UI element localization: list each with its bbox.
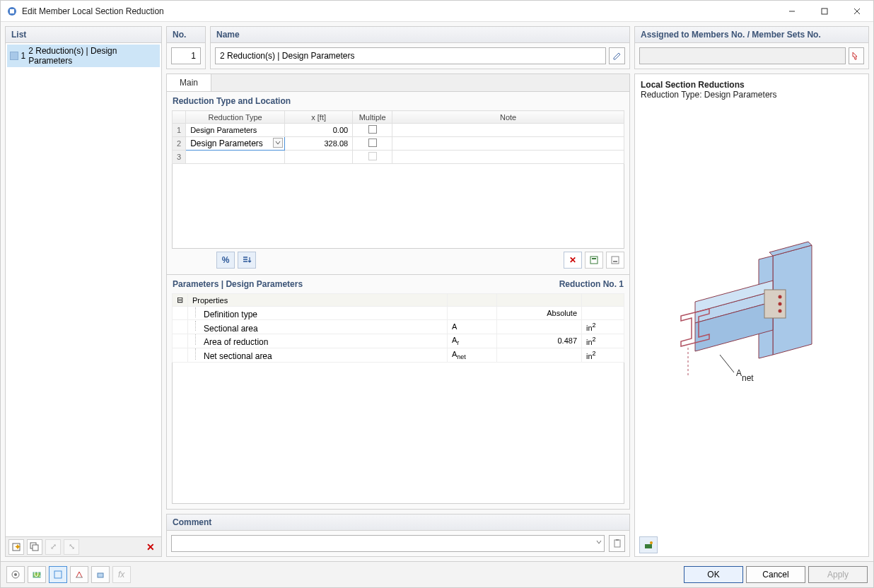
cell-x[interactable]: 0.00: [285, 124, 353, 137]
edit-name-button[interactable]: [609, 47, 625, 64]
props-empty: [172, 363, 624, 504]
ok-button[interactable]: OK: [684, 566, 743, 583]
prop-symbol: [448, 307, 497, 320]
name-label: Name: [211, 27, 629, 43]
svg-text:✦: ✦: [14, 542, 21, 552]
list-body: 1 2 Reduction(s) | Design Parameters: [6, 43, 161, 536]
number-field[interactable]: 1: [171, 47, 201, 64]
prop-row: Area of reduction Ar 0.487 in2: [173, 334, 624, 348]
preview-settings-button[interactable]: [639, 536, 658, 553]
import-button[interactable]: [606, 252, 624, 269]
export-button[interactable]: [585, 252, 603, 269]
maximize-button[interactable]: [808, 1, 841, 22]
comment-group: Comment: [166, 514, 630, 557]
table-row: 3: [173, 151, 624, 164]
copy-button[interactable]: [27, 539, 42, 555]
tab-main[interactable]: Main: [167, 74, 211, 91]
cell-type[interactable]: [186, 151, 285, 164]
delete-list-item-button[interactable]: ✕: [143, 539, 158, 555]
cancel-button[interactable]: Cancel: [746, 566, 805, 583]
table-row: 1 Design Parameters 0.00: [173, 124, 624, 137]
cell-type-dropdown[interactable]: Design Parameters: [186, 137, 285, 151]
location-table: Reduction Type x [ft] Multiple Note 1 De…: [172, 110, 624, 164]
prop-symbol: Anet: [448, 348, 497, 362]
list-item-icon: [10, 52, 18, 60]
help-button[interactable]: [6, 566, 25, 583]
tab-strip: Main: [167, 74, 629, 92]
list-header: List: [6, 27, 161, 43]
svg-rect-14: [592, 258, 596, 259]
cell-multiple[interactable]: [353, 151, 392, 164]
col-note[interactable]: Note: [392, 111, 624, 124]
cell-multiple[interactable]: [353, 124, 392, 137]
params-header: Parameters | Design Parameters Reduction…: [167, 274, 629, 293]
svg-rect-31: [645, 544, 652, 548]
preview-panel: Local Section Reductions Reduction Type:…: [634, 74, 869, 557]
number-group: No. 1: [166, 26, 206, 69]
window-controls: [776, 1, 873, 22]
prop-label: Sectional area: [188, 320, 448, 334]
name-field[interactable]: 2 Reduction(s) | Design Parameters: [215, 47, 606, 64]
exclude-button[interactable]: ⤡: [64, 539, 79, 555]
cell-x[interactable]: [285, 151, 353, 164]
units-button[interactable]: 0.00: [28, 566, 46, 583]
reduction-no-label: Reduction No. 1: [559, 279, 624, 289]
list-item-label: 2 Reduction(s) | Design Parameters: [28, 46, 157, 66]
comment-label: Comment: [167, 514, 629, 531]
prop-unit: [582, 307, 624, 320]
prop-value[interactable]: 0.487: [497, 334, 582, 348]
cell-type-value: Design Parameters: [190, 139, 263, 148]
prop-unit: in2: [582, 334, 624, 348]
svg-point-26: [779, 295, 782, 299]
view-2-button[interactable]: [70, 566, 88, 583]
svg-point-32: [650, 541, 653, 544]
new-button[interactable]: ✦: [8, 539, 24, 555]
cell-note[interactable]: [392, 124, 624, 137]
preview-illustration: Anet: [635, 105, 868, 534]
prop-unit: in2: [582, 320, 624, 334]
close-window-button[interactable]: [841, 1, 873, 22]
svg-point-27: [779, 302, 782, 306]
cell-multiple[interactable]: [353, 137, 392, 151]
prop-row: Sectional area A in2: [173, 320, 624, 334]
view-3-button[interactable]: [91, 566, 110, 583]
svg-rect-17: [614, 540, 620, 547]
script-button[interactable]: fx: [112, 566, 131, 583]
svg-rect-37: [54, 571, 62, 578]
cell-type[interactable]: Design Parameters: [186, 124, 285, 137]
prop-value[interactable]: [497, 348, 582, 362]
location-title: Reduction Type and Location: [167, 92, 629, 110]
comment-paste-button[interactable]: [609, 535, 625, 552]
delete-row-button[interactable]: ✕: [564, 252, 582, 269]
row-num: 2: [173, 137, 186, 151]
assigned-field[interactable]: [639, 47, 846, 64]
checkbox-icon[interactable]: [368, 139, 377, 147]
view-1-button[interactable]: [49, 566, 67, 583]
percent-button[interactable]: %: [216, 252, 235, 269]
chevron-down-icon[interactable]: [273, 138, 283, 148]
prop-row: Definition type Absolute: [173, 307, 624, 320]
svg-rect-13: [590, 257, 598, 264]
prop-symbol: Ar: [448, 334, 497, 348]
cell-note[interactable]: [392, 151, 624, 164]
prop-value[interactable]: [497, 320, 582, 334]
sort-button[interactable]: [238, 252, 256, 269]
chevron-down-icon[interactable]: [595, 538, 602, 548]
pick-members-button[interactable]: [849, 47, 864, 64]
cell-x[interactable]: 328.08: [285, 137, 353, 151]
list-item[interactable]: 1 2 Reduction(s) | Design Parameters: [7, 45, 160, 67]
svg-text:Anet: Anet: [736, 368, 754, 383]
cell-note[interactable]: [392, 137, 624, 151]
prop-value[interactable]: Absolute: [497, 307, 582, 320]
location-toolbar: % ✕: [167, 249, 629, 274]
col-reduction-type[interactable]: Reduction Type: [186, 111, 285, 124]
include-button[interactable]: ⤢: [45, 539, 61, 555]
row-header-blank: [173, 111, 186, 124]
checkbox-icon[interactable]: [368, 125, 377, 134]
minimize-button[interactable]: [776, 1, 808, 22]
col-x[interactable]: x [ft]: [285, 111, 353, 124]
comment-field[interactable]: [171, 535, 605, 552]
collapse-icon[interactable]: ⊟: [173, 294, 188, 307]
apply-button[interactable]: Apply: [808, 566, 868, 583]
col-multiple[interactable]: Multiple: [353, 111, 392, 124]
